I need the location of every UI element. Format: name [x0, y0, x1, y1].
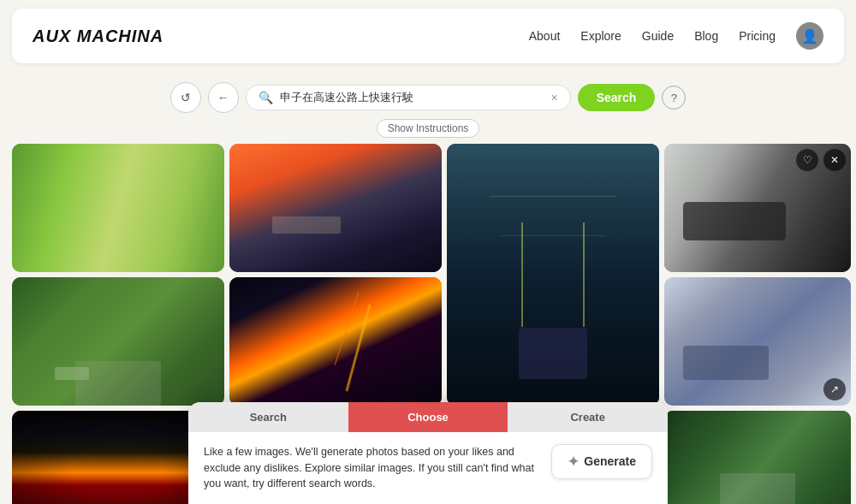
nav-about[interactable]: About [529, 29, 561, 43]
refresh-button[interactable]: ↺ [170, 82, 201, 113]
bottom-panel: Search Choose Create Like a few images. … [188, 402, 668, 504]
tab-choose[interactable]: Choose [348, 402, 508, 432]
panel-description: Like a few images. We'll generate photos… [204, 444, 541, 492]
image-card-2[interactable] [229, 144, 442, 272]
panel-tabs: Search Choose Create [188, 402, 668, 432]
search-button[interactable]: Search [578, 84, 656, 111]
nav-blog[interactable]: Blog [694, 29, 718, 43]
generate-star-icon: ✦ [568, 454, 579, 470]
image-card-1[interactable] [12, 144, 224, 272]
image-card-5[interactable] [12, 277, 224, 406]
search-input[interactable] [280, 92, 544, 104]
show-instructions-button[interactable]: Show Instructions [377, 119, 480, 138]
close-button-card4[interactable]: ✕ [823, 149, 846, 171]
tab-search[interactable]: Search [188, 402, 348, 432]
arrow-button-card7[interactable]: ↗ [823, 378, 846, 400]
tab-create[interactable]: Create [508, 402, 668, 432]
logo: AUX MACHINA [33, 27, 163, 46]
image-card-3[interactable] [447, 144, 659, 406]
panel-body: Like a few images. We'll generate photos… [188, 432, 668, 504]
search-icon: 🔍 [259, 91, 273, 104]
heart-button-card4[interactable]: ♡ [796, 149, 818, 171]
image-card-11[interactable] [664, 411, 851, 504]
show-instructions-area: Show Instructions [0, 120, 856, 135]
image-card-6[interactable] [229, 277, 442, 406]
search-box: 🔍 × [246, 85, 571, 110]
clear-icon[interactable]: × [550, 91, 557, 104]
header: AUX MACHINA About Explore Guide Blog Pri… [12, 9, 844, 63]
help-button[interactable]: ? [662, 86, 686, 110]
image-card-7[interactable]: ↗ [664, 277, 851, 406]
nav-guide[interactable]: Guide [642, 29, 674, 43]
image-card-4[interactable]: ✕ ♡ [664, 144, 851, 272]
nav-explore[interactable]: Explore [580, 29, 621, 43]
search-area: ↺ ← 🔍 × Search ? [0, 72, 856, 120]
generate-label: Generate [584, 454, 636, 468]
back-button[interactable]: ← [208, 82, 239, 113]
generate-button[interactable]: ✦ Generate [551, 444, 652, 479]
nav-pricing[interactable]: Pricing [739, 29, 776, 43]
nav: About Explore Guide Blog Pricing 👤 [529, 22, 823, 50]
avatar[interactable]: 👤 [796, 22, 823, 50]
